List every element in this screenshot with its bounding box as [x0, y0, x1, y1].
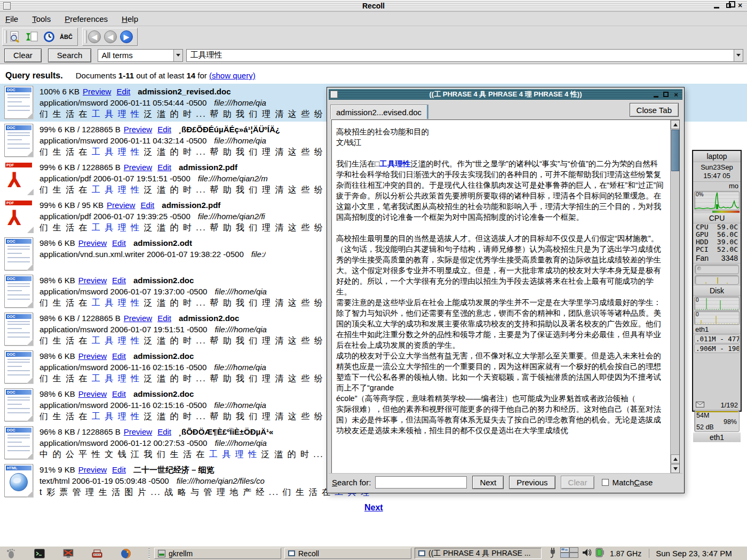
preview-link[interactable]: Preview — [124, 314, 152, 323]
wifi-rate: 54M — [696, 412, 709, 419]
match-case-checkbox[interactable] — [602, 479, 609, 486]
workspace-switcher[interactable] — [560, 547, 578, 560]
nav-first-page-icon[interactable]: ◀ — [88, 30, 101, 43]
disk-chart-1[interactable]: 0 — [694, 297, 740, 310]
menu-tools[interactable]: Tools — [32, 14, 51, 23]
doc-file-icon: DOC — [4, 124, 33, 157]
show-query-link[interactable]: (show query) — [209, 71, 256, 80]
gnome-menu-icon[interactable] — [4, 548, 17, 559]
scrollbar[interactable] — [670, 120, 679, 473]
edit-link[interactable]: Edit — [157, 314, 171, 323]
edit-link[interactable]: Edit — [112, 465, 126, 474]
search-document-icon[interactable] — [8, 30, 22, 44]
preview-link[interactable]: Preview — [78, 238, 107, 247]
disk-chart-2[interactable]: 0 — [694, 311, 740, 325]
chevron-down-icon[interactable] — [734, 50, 743, 61]
wifi-panel[interactable]: 54M 98% 52 dB — [694, 411, 740, 432]
cpufreq-applet-icon[interactable] — [595, 548, 606, 559]
cpu-chart[interactable]: 0% — [694, 191, 740, 210]
find-clear-button[interactable]: Clear — [561, 476, 595, 489]
spellcheck-abc-icon[interactable]: ÅBĈ — [59, 30, 73, 44]
results-header: Query results. Documents 1-11 out of at … — [0, 65, 747, 84]
maximize-icon[interactable] — [662, 91, 670, 98]
scroll-up-icon[interactable] — [671, 120, 680, 129]
temp-value: 52.0C — [717, 246, 738, 253]
fan-label: Fan — [696, 254, 709, 262]
scrollbar-thumb[interactable] — [671, 130, 679, 171]
chevron-down-icon[interactable] — [173, 50, 182, 61]
close-icon[interactable]: × — [672, 91, 680, 98]
doc-file-icon: DOC — [4, 313, 33, 346]
edit-link[interactable]: Edit — [116, 87, 130, 96]
find-input[interactable] — [375, 476, 467, 489]
typewriter-launcher-icon[interactable] — [91, 548, 104, 559]
hostname-label[interactable]: laptop — [693, 151, 741, 162]
cpu-section-header[interactable]: CPU — [693, 213, 741, 223]
scroll-up-icon[interactable] — [671, 454, 680, 463]
edit-link[interactable]: Edit — [140, 201, 154, 210]
taskbar-clock[interactable]: Sun Sep 23, 3:47 PM — [649, 549, 736, 558]
menu-help[interactable]: Help — [122, 14, 138, 23]
preview-link[interactable]: Preview — [78, 389, 107, 398]
display-lock-icon[interactable] — [62, 548, 75, 559]
preview-text-area[interactable]: 高校招生的社会功能和目的 文/钱江 我们生活在□工具理性泛滥的时代。作为“世之显… — [331, 119, 680, 474]
pdf-file-icon: PDF⅄ — [4, 199, 33, 233]
power-plug-icon[interactable] — [549, 547, 557, 560]
search-mode-value: All terms — [98, 51, 173, 60]
tool-bar: ÅBĈ ◀ ◀ ▶ — [0, 27, 747, 47]
preview-link[interactable]: Preview — [124, 163, 152, 172]
taskbar-button-gkrellm[interactable]: gkrellm — [154, 548, 281, 559]
history-clock-icon[interactable] — [42, 30, 56, 44]
nav-previous-page-icon[interactable]: ◀ — [104, 30, 117, 43]
preview-window: ((工 PHRASE 4 具 PHRASE 4 理 PHRASE 4 性)) ×… — [327, 87, 685, 493]
search-mode-select[interactable]: All terms — [98, 49, 183, 62]
iface-bottom-label[interactable]: eth1 — [693, 433, 741, 442]
doc-file-icon: DOC — [4, 86, 33, 119]
preview-window-title: ((工 PHRASE 4 具 PHRASE 4 理 PHRASE 4 性)) — [329, 90, 682, 99]
clear-button[interactable]: Clear — [4, 49, 42, 62]
preview-link[interactable]: Preview — [78, 465, 107, 474]
edit-link[interactable]: Edit — [112, 389, 126, 398]
window-icon — [418, 550, 425, 556]
taskbar-button-preview[interactable]: ((工 PHRASE 4 具 PHRASE ... — [415, 548, 542, 559]
preview-link[interactable]: Preview — [83, 87, 111, 96]
preview-link[interactable]: Preview — [124, 125, 152, 134]
query-input[interactable]: 工具理性 — [186, 49, 743, 62]
nav-next-page-icon[interactable]: ▶ — [120, 30, 133, 43]
close-icon[interactable]: × — [735, 1, 745, 10]
minimize-icon[interactable] — [712, 1, 721, 10]
scroll-down-icon[interactable] — [671, 464, 680, 473]
results-total: 14 — [186, 71, 195, 80]
edit-link[interactable]: Edit — [157, 163, 171, 172]
close-tab-button[interactable]: Close Tab — [630, 103, 679, 117]
temp-label: GPU — [696, 231, 708, 238]
find-previous-button[interactable]: Previous — [509, 476, 555, 489]
edit-link[interactable]: Edit — [112, 238, 126, 247]
preview-link[interactable]: Preview — [78, 276, 107, 285]
preview-link[interactable]: Preview — [124, 427, 152, 436]
firefox-launcher-icon[interactable] — [120, 548, 132, 559]
eth-rx-value: .011M - 477 — [694, 334, 740, 343]
restore-icon[interactable] — [724, 1, 733, 10]
search-button[interactable]: Search — [48, 49, 92, 62]
eth-section-header[interactable]: eth1 — [693, 325, 741, 334]
minimize-icon[interactable] — [652, 91, 659, 98]
edit-link[interactable]: Edit — [157, 125, 171, 134]
next-page-link[interactable]: Next — [364, 503, 383, 513]
volume-icon[interactable] — [582, 548, 592, 559]
edit-link[interactable]: Edit — [112, 351, 126, 361]
taskbar-button-recoll[interactable]: Recoll — [284, 548, 411, 559]
edit-link[interactable]: Edit — [112, 276, 126, 285]
preview-tab[interactable]: admission2...evised.doc — [330, 105, 428, 119]
mail-monitor[interactable]: 1/192 — [693, 401, 741, 410]
menu-file[interactable]: File — [5, 14, 18, 23]
preview-link[interactable]: Preview — [78, 351, 107, 361]
disk-section-header[interactable]: Disk — [693, 286, 741, 296]
edit-link[interactable]: Edit — [157, 427, 171, 436]
preview-link[interactable]: Preview — [107, 201, 135, 210]
sort-update-icon[interactable] — [25, 30, 39, 44]
find-next-button[interactable]: Next — [472, 476, 504, 489]
menu-preferences[interactable]: Preferences — [65, 14, 108, 23]
eth-tx-value: .906M - 190 — [694, 344, 740, 353]
terminal-launcher-icon[interactable] — [33, 548, 46, 559]
